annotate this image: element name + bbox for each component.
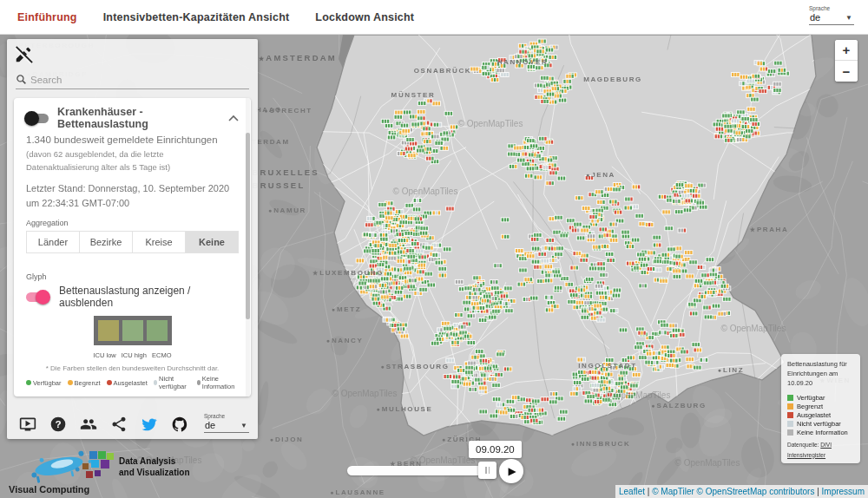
aggregation-label: Aggregation xyxy=(26,219,239,227)
colors-note: * Die Farben stellen den bundesweiten Du… xyxy=(26,364,239,372)
aggregation-l-nder[interactable]: Länder xyxy=(26,231,80,253)
nav-item-2[interactable]: Lockdown Ansicht xyxy=(315,11,414,23)
glyph-toggle[interactable] xyxy=(26,292,49,302)
status-legend: VerfügbarBegrenztAusgelastetNicht verfüg… xyxy=(26,375,239,390)
dav-label-line2: and Visualization xyxy=(119,468,190,479)
aggregation-kreise[interactable]: Kreise xyxy=(133,231,186,253)
hidden-facilities-note: (davon 62 ausgeblendet, da die letzte Da… xyxy=(26,148,230,174)
status-legend-item: Verfügbar xyxy=(26,375,62,390)
attribution-text: | xyxy=(645,487,652,496)
time-slider-track[interactable] xyxy=(347,466,496,475)
status-legend-item: Nicht verfügbar xyxy=(154,375,191,390)
status-legend-item: Ausgelastet xyxy=(107,375,148,390)
chevron-down-icon: ▼ xyxy=(845,14,852,22)
play-icon: ▶ xyxy=(508,465,516,477)
status-dot-icon xyxy=(26,380,31,385)
help-icon[interactable]: ? xyxy=(49,416,67,433)
language-value: de xyxy=(205,420,215,430)
legend-register: Intensivregister xyxy=(787,452,854,458)
map-attribution: Leaflet | © MapTiler © OpenStreetMap con… xyxy=(615,485,868,498)
legend-swatch-icon xyxy=(787,421,793,427)
video-tutorial-icon[interactable] xyxy=(19,416,36,433)
legend-item: Begrenzt xyxy=(787,403,854,410)
layer-card-header: Krankenhäuser - Bettenauslastung xyxy=(26,107,239,129)
status-dot-icon xyxy=(197,380,201,385)
app: ●PETERBOROUGH●CAMBRIDGE★AMSTERDAM●DEN HA… xyxy=(0,0,868,498)
glyph-cell-label: ICU high xyxy=(122,351,147,359)
status-dot-icon xyxy=(154,380,157,385)
legend-swatch-icon xyxy=(787,395,793,401)
panel-footer: ? Sprache de ▼ xyxy=(19,413,249,433)
glyph-cell-labels: ICU lowICU highECMO xyxy=(94,351,172,359)
time-slider-handle[interactable] xyxy=(478,462,496,479)
aggregation-buttons: LänderBezirkeKreiseKeine xyxy=(26,231,239,253)
search-field xyxy=(16,74,249,89)
panel-language-select[interactable]: Sprache de ▼ xyxy=(204,413,249,433)
map-legend-panel: Bettenauslastung fürEinrichtungen am10.0… xyxy=(781,354,860,463)
layer-toggle[interactable] xyxy=(26,114,49,123)
glyph-cell xyxy=(147,320,168,341)
top-navigation-bar: EinführungIntensivbetten-Kapazitäten Ans… xyxy=(0,0,868,35)
attribution-link[interactable]: © OpenStreetMap contributors xyxy=(697,487,815,496)
map-zoom-control: + − xyxy=(835,40,858,82)
data-analysis-squares-icon xyxy=(82,451,114,486)
date-tooltip: 09.09.20 xyxy=(469,441,522,458)
zoom-in-button[interactable]: + xyxy=(835,40,858,61)
glyph-preview-wrap: ICU lowICU highECMO xyxy=(26,316,239,361)
legend-item: Ausgelastet xyxy=(787,411,854,419)
last-update-text: Letzter Stand: Donnerstag, 10. September… xyxy=(26,181,239,210)
glyph-cell-label: ECMO xyxy=(152,351,172,359)
legend-swatch-icon xyxy=(787,403,793,410)
play-button[interactable]: ▶ xyxy=(499,459,523,483)
intensivregister-link[interactable]: Intensivregister xyxy=(787,452,825,458)
legend-items: VerfügbarBegrenztAusgelastetNicht verfüg… xyxy=(787,394,854,436)
share-icon[interactable] xyxy=(110,416,128,433)
team-icon[interactable] xyxy=(80,416,97,433)
glyph-toggle-row: Bettenauslastung anzeigen / ausblenden xyxy=(26,285,239,309)
dav-label-line1: Data Analysis xyxy=(119,456,190,468)
legend-item: Verfügbar xyxy=(787,394,854,402)
language-value: de xyxy=(810,12,820,23)
facility-count: 1.340 bundesweit gemeldete Einrichtungen xyxy=(26,134,239,145)
svg-text:?: ? xyxy=(55,418,61,429)
topbar-language-select[interactable]: Sprache de ▼ xyxy=(809,5,854,25)
layer-card: Krankenhäuser - Bettenauslastung 1.340 b… xyxy=(14,98,251,396)
chevron-up-icon[interactable] xyxy=(228,115,239,121)
aggregation-keine[interactable]: Keine xyxy=(186,231,239,253)
twitter-icon[interactable] xyxy=(141,416,158,433)
edit-off-icon[interactable] xyxy=(14,45,33,64)
search-icon xyxy=(16,74,27,85)
sidebar-panel: Krankenhäuser - Bettenauslastung 1.340 b… xyxy=(7,39,258,439)
legend-item: Keine Information xyxy=(787,429,854,436)
language-label: Sprache xyxy=(204,413,249,419)
glyph-label: Glyph xyxy=(26,272,239,281)
glyph-toggle-label: Bettenauslastung anzeigen / ausblenden xyxy=(59,285,239,309)
legend-source: Datenquelle: DIVI xyxy=(787,442,854,448)
nav-item-1[interactable]: Intensivbetten-Kapazitäten Ansicht xyxy=(103,11,290,23)
github-icon[interactable] xyxy=(171,416,188,433)
language-label: Sprache xyxy=(809,5,854,11)
source-label: Datenquelle: xyxy=(787,442,819,448)
data-analysis-logo: Data Analysis and Visualization xyxy=(82,451,190,486)
nav-item-0[interactable]: Einführung xyxy=(17,11,77,23)
legend-title: Bettenauslastung fürEinrichtungen am10.0… xyxy=(787,360,854,389)
search-input[interactable] xyxy=(30,75,249,85)
divi-link[interactable]: DIVI xyxy=(820,442,832,448)
attribution-link[interactable]: Leaflet xyxy=(619,487,645,496)
status-dot-icon xyxy=(107,380,112,385)
glyph-cell xyxy=(122,320,143,341)
glyph-preview xyxy=(94,316,172,345)
layer-title: Krankenhäuser - Bettenauslastung xyxy=(57,106,220,130)
attribution-text: | xyxy=(814,487,821,496)
card-scrollbar[interactable] xyxy=(246,98,250,396)
status-dot-icon xyxy=(68,380,73,385)
legend-item: Nicht verfügbar xyxy=(787,420,854,428)
attribution-link[interactable]: Impressum xyxy=(822,487,865,496)
aggregation-bezirke[interactable]: Bezirke xyxy=(80,231,133,253)
attribution-link[interactable]: © MapTiler xyxy=(652,487,694,496)
zoom-out-button[interactable]: − xyxy=(835,61,858,82)
chevron-down-icon: ▼ xyxy=(240,422,247,429)
legend-swatch-icon xyxy=(787,429,793,436)
status-legend-item: Keine Information xyxy=(197,375,240,390)
glyph-cell-label: ICU low xyxy=(94,351,116,359)
